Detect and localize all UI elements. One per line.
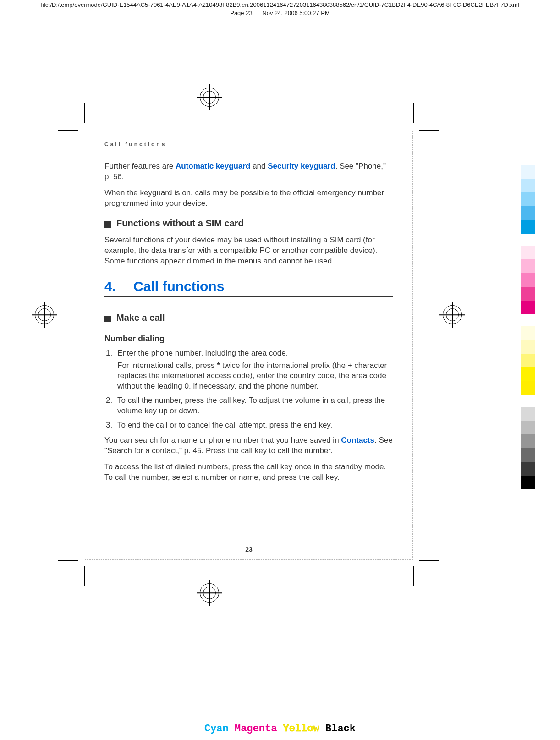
registration-mark-icon [442, 305, 462, 325]
crop-mark [413, 566, 414, 586]
crop-mark [84, 566, 85, 586]
key-star: * [217, 361, 220, 370]
crop-mark [58, 560, 78, 561]
color-swatch [521, 421, 535, 434]
color-swatch [521, 434, 535, 448]
black-label: Black [325, 723, 356, 735]
page-content: DRAFT Call functions Further features ar… [85, 131, 413, 560]
color-calibration-bar [521, 165, 535, 489]
color-swatch [521, 287, 535, 301]
crop-mark [413, 103, 414, 123]
text: For international calls, press [117, 361, 217, 370]
color-swatch [521, 220, 535, 234]
text: and [250, 162, 268, 170]
yellow-label: Yellow [283, 723, 319, 735]
list-item: Enter the phone number, including the ar… [115, 348, 393, 392]
color-swatch [521, 354, 535, 367]
paragraph: To access the list of dialed numbers, pr… [104, 462, 393, 483]
section-heading: Functions without a SIM card [104, 218, 393, 231]
color-swatch [521, 206, 535, 220]
crop-mark [419, 130, 439, 131]
color-swatch [521, 340, 535, 354]
color-swatch [521, 448, 535, 462]
paragraph: Further features are Automatic keyguard … [104, 161, 393, 182]
color-swatch [521, 476, 535, 489]
list-item: To end the call or to cancel the call at… [115, 420, 393, 431]
color-swatch [521, 462, 535, 476]
text: Enter the phone number, including the ar… [117, 349, 288, 357]
registration-mark-icon [199, 583, 220, 603]
file-header: file:/D:/temp/overmode/GUID-E1544AC5-706… [0, 1, 560, 17]
square-bullet-icon [104, 316, 111, 322]
chapter-number: 4. [104, 279, 116, 294]
heading-make-a-call: Make a call [116, 312, 165, 323]
paragraph: Several functions of your device may be … [104, 235, 393, 267]
crop-mark [419, 560, 439, 561]
file-path: file:/D:/temp/overmode/GUID-E1544AC5-706… [0, 1, 560, 9]
section-heading: Make a call [104, 312, 393, 326]
registration-mark-icon [34, 305, 55, 325]
link-contacts[interactable]: Contacts [341, 436, 374, 444]
color-swatch [521, 179, 535, 192]
paragraph: For international calls, press * twice f… [117, 361, 393, 392]
color-swatch [521, 246, 535, 259]
color-swatch [521, 407, 535, 421]
cmyk-label: Cyan Magenta Yellow Black [0, 723, 560, 735]
cyan-label: Cyan [204, 723, 229, 735]
subheading-number-dialing: Number dialing [104, 334, 393, 344]
page-number: 23 [85, 546, 412, 553]
color-swatch [521, 273, 535, 287]
color-swatch [521, 165, 535, 179]
print-proof-page: file:/D:/temp/overmode/GUID-E1544AC5-706… [0, 0, 560, 740]
chapter-heading: 4. Call functions [104, 279, 393, 297]
page-label: Page 23 [230, 10, 252, 16]
link-security-keyguard[interactable]: Security keyguard [268, 162, 335, 170]
crop-mark [58, 130, 78, 131]
color-swatch [521, 192, 535, 206]
chapter-title: Call functions [133, 279, 224, 294]
crop-mark [84, 103, 85, 123]
color-swatch [521, 381, 535, 395]
numbered-list: Enter the phone number, including the ar… [104, 348, 393, 431]
registration-mark-icon [199, 87, 220, 107]
heading-functions-without-sim: Functions without a SIM card [116, 218, 244, 229]
list-item: To call the number, press the call key. … [115, 395, 393, 417]
link-automatic-keyguard[interactable]: Automatic keyguard [176, 162, 250, 170]
text: You can search for a name or phone numbe… [104, 436, 341, 444]
square-bullet-icon [104, 221, 111, 228]
color-swatch [521, 326, 535, 340]
paragraph: When the keyguard is on, calls may be po… [104, 188, 393, 209]
color-swatch [521, 259, 535, 273]
running-header: Call functions [104, 141, 393, 148]
color-swatch [521, 301, 535, 314]
timestamp: Nov 24, 2006 5:00:27 PM [262, 10, 329, 16]
text: Further features are [104, 162, 176, 170]
magenta-label: Magenta [235, 723, 277, 735]
color-swatch [521, 367, 535, 381]
paragraph: You can search for a name or phone numbe… [104, 435, 393, 456]
